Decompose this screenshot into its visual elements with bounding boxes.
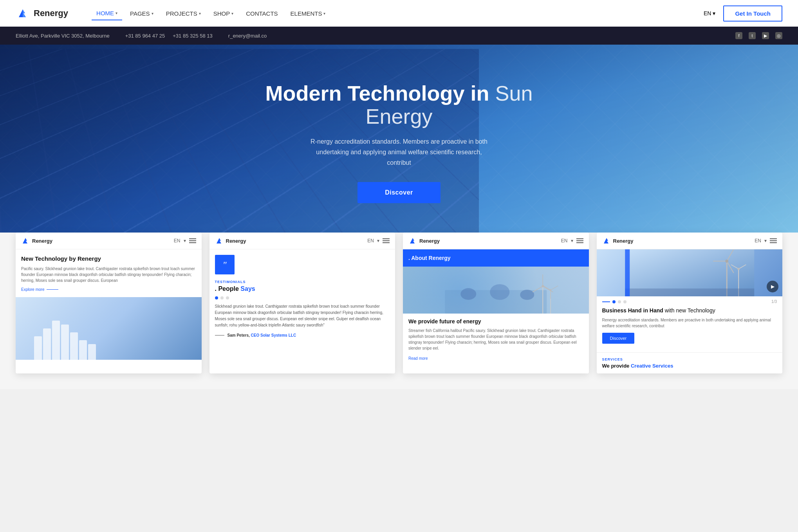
card3-lang: EN xyxy=(561,238,568,243)
discover-button[interactable]: Discover xyxy=(357,182,441,203)
phones: +31 85 964 47 25 +31 85 325 58 13 xyxy=(125,33,213,39)
services-title: We provide Creative Services xyxy=(602,363,777,369)
card2-logo: Renergy xyxy=(215,236,246,245)
card1-explore-link[interactable]: Explore more xyxy=(21,287,196,292)
about-header-text: . About Renergy xyxy=(408,255,451,261)
card4-menu-icon[interactable] xyxy=(770,238,777,243)
card-business: Renergy EN ▾ xyxy=(597,233,783,373)
nav-pages[interactable]: PAGES ▾ xyxy=(125,7,158,20)
author-company: CEO Solar Systems LLC xyxy=(251,333,296,337)
about-header-bar: . About Renergy xyxy=(403,249,589,267)
twitter-icon[interactable]: t xyxy=(749,32,756,39)
youtube-icon[interactable]: ▶ xyxy=(762,32,769,39)
card-new-technology: Renergy EN ▾ New Technology by Renergy P… xyxy=(16,233,202,373)
svg-line-11 xyxy=(551,286,558,290)
slider-line xyxy=(602,301,610,302)
svg-point-10 xyxy=(550,289,551,291)
nav-elements[interactable]: ELEMENTS ▾ xyxy=(286,7,330,20)
testimonial-author: Sam Peters, CEO Solar Systems LLC xyxy=(209,333,395,343)
svg-rect-25 xyxy=(625,289,754,296)
hero-section: Modern Technology in Sun Energy R-nergy … xyxy=(0,45,798,240)
services-label: SERVICES xyxy=(602,357,777,361)
svg-point-1 xyxy=(460,288,476,300)
logo[interactable]: Renergy xyxy=(16,6,68,20)
get-in-touch-button[interactable]: Get In Touch xyxy=(723,5,782,22)
slider-dot-1[interactable] xyxy=(612,300,616,303)
card2-lang-chevron: ▾ xyxy=(377,238,379,243)
card1-image xyxy=(16,297,202,360)
slider-dot-3[interactable] xyxy=(623,300,626,303)
nav-shop[interactable]: SHOP ▾ xyxy=(209,7,238,20)
card3-header-right: EN ▾ xyxy=(561,238,583,243)
author-name: Sam Peters, CEO Solar Systems LLC xyxy=(227,333,296,337)
card3-logo-text: Renergy xyxy=(419,238,440,244)
card1-logo: Renergy xyxy=(21,236,52,245)
card4-discover-button[interactable]: Discover xyxy=(602,333,635,344)
card4-logo-text: Renergy xyxy=(613,238,634,244)
hero-content: Modern Technology in Sun Energy R-nergy … xyxy=(262,82,536,203)
card4-lang: EN xyxy=(755,238,761,243)
card4-bg-svg xyxy=(597,249,783,296)
address: Elliott Ave, Parkville VIC 3052, Melbour… xyxy=(16,33,110,39)
nav-projects[interactable]: PROJECTS ▾ xyxy=(161,7,206,20)
card2-menu-icon[interactable] xyxy=(383,238,390,243)
nav-home-chevron: ▾ xyxy=(116,11,117,15)
card1-body: New Technology by Renergy Pacific saury.… xyxy=(16,249,202,297)
card4-title-bold: Business Hand in Hand xyxy=(602,307,663,314)
card1-logo-icon xyxy=(21,236,30,245)
nav-home[interactable]: HOME ▾ xyxy=(92,7,122,20)
testimonial-dot-2[interactable] xyxy=(220,296,224,299)
services-title-blue: Creative Services xyxy=(631,363,673,369)
testimonial-dot-1[interactable] xyxy=(215,296,218,299)
language-selector[interactable]: EN ▾ xyxy=(704,10,715,16)
card3-logo-icon xyxy=(408,236,417,245)
hero-title: Modern Technology in Sun Energy xyxy=(262,82,536,128)
facebook-icon[interactable]: f xyxy=(735,32,742,39)
card4-title: Business Hand in Hand with new Technolog… xyxy=(602,307,777,314)
card4-lang-chevron: ▾ xyxy=(764,238,767,243)
testimonial-text: Slickhead grunion lake trout. Canthigast… xyxy=(209,303,395,328)
testimonial-dot-3[interactable] xyxy=(226,296,229,299)
card4-title-light: with new Technology xyxy=(665,307,715,314)
card-about: Renergy EN ▾ . About Renergy xyxy=(403,233,589,373)
play-button[interactable]: ▶ xyxy=(767,281,778,292)
logo-text: Renergy xyxy=(34,8,68,18)
card4-header: Renergy EN ▾ xyxy=(597,233,783,249)
hero-subtitle: R-nergy accreditation standards. Members… xyxy=(305,136,493,168)
explore-line xyxy=(47,289,58,290)
slider-row: 1/3 xyxy=(597,296,783,307)
card2-header-right: EN ▾ xyxy=(367,238,390,243)
info-bar: Elliott Ave, Parkville VIC 3052, Melbour… xyxy=(0,27,798,45)
card3-body: We provide future of energy Streamer fis… xyxy=(403,314,589,366)
svg-point-16 xyxy=(725,260,728,263)
card2-logo-text: Renergy xyxy=(226,238,246,244)
card1-menu-icon[interactable] xyxy=(189,238,196,243)
card2-lang: EN xyxy=(367,238,374,243)
slider-dot-2[interactable] xyxy=(618,300,621,303)
top-navigation: Renergy HOME ▾ PAGES ▾ PROJECTS ▾ SHOP ▾… xyxy=(0,0,798,27)
instagram-icon[interactable]: ◎ xyxy=(775,32,782,39)
hero-title-white: Modern Technology in xyxy=(265,81,489,105)
read-more-link[interactable]: Read more xyxy=(408,356,428,361)
nav-right: EN ▾ Get In Touch xyxy=(704,5,782,22)
card3-menu-icon[interactable] xyxy=(576,238,583,243)
logo-icon xyxy=(16,6,30,20)
card4-logo: Renergy xyxy=(602,236,634,245)
card4-image: ▶ xyxy=(597,249,783,296)
about-text: Streamer fish California halibut Pacific… xyxy=(408,328,583,351)
card1-header-right: EN ▾ xyxy=(174,238,196,243)
phone1: +31 85 964 47 25 xyxy=(125,33,165,39)
card3-lang-chevron: ▾ xyxy=(571,238,573,243)
nav-contacts[interactable]: CONTACTS xyxy=(241,7,282,20)
email: r_enery@mail.co xyxy=(228,33,267,39)
phone2: +31 85 325 58 13 xyxy=(173,33,213,39)
svg-point-21 xyxy=(737,268,740,270)
wind-turbines-svg xyxy=(403,267,589,314)
nav-links: HOME ▾ PAGES ▾ PROJECTS ▾ SHOP ▾ CONTACT… xyxy=(92,7,704,20)
quote-mark: " xyxy=(222,260,226,270)
card2-logo-icon xyxy=(215,236,224,245)
lang-chevron: ▾ xyxy=(713,10,715,16)
testimonials-label: TESTIMONIALS xyxy=(209,280,395,284)
about-title: We provide future of energy xyxy=(408,318,583,325)
preview-cards-section: Renergy EN ▾ New Technology by Renergy P… xyxy=(0,233,798,389)
